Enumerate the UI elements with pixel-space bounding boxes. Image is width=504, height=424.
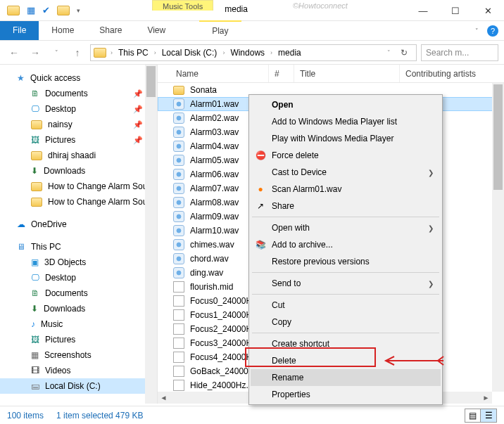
- audio-file-icon: [173, 253, 184, 264]
- navpane-item-folder[interactable]: dhiraj shaadi: [0, 148, 157, 163]
- breadcrumb-dropdown-icon[interactable]: ˅: [384, 49, 393, 56]
- qat-checkmark-icon[interactable]: ✔: [42, 5, 50, 15]
- navpane-item-documents[interactable]: 🗎Documents: [0, 285, 157, 301]
- navpane-item-downloads[interactable]: ⬇Downloads: [0, 301, 157, 316]
- navpane-thispc[interactable]: 🖥This PC: [0, 239, 157, 255]
- navpane-item-folder[interactable]: How to Change Alarm Sound on: [0, 179, 157, 194]
- scroll-right-icon[interactable]: ►: [480, 394, 492, 401]
- refresh-icon[interactable]: ↻: [395, 48, 413, 58]
- navpane-item-pictures[interactable]: 🖼Pictures📌: [0, 132, 157, 148]
- navpane-item-music[interactable]: ♪Music: [0, 316, 157, 332]
- context-menu-item[interactable]: ●Scan Alarm01.wav: [251, 181, 441, 198]
- navpane-item-desktop[interactable]: 🖵Desktop📌: [0, 101, 157, 117]
- context-menu-item[interactable]: Open: [251, 96, 441, 113]
- minimize-button[interactable]: —: [407, 0, 439, 21]
- context-menu-item[interactable]: Delete: [251, 352, 441, 369]
- context-menu-item[interactable]: Cut: [251, 297, 441, 314]
- back-button[interactable]: ←: [6, 44, 23, 61]
- qat-newfolder-icon[interactable]: [57, 6, 70, 15]
- qat-properties-icon[interactable]: ▦: [27, 5, 35, 15]
- chevron-right-icon[interactable]: ›: [220, 49, 227, 56]
- close-button[interactable]: ✕: [472, 0, 504, 21]
- navpane-item-desktop[interactable]: 🖵Desktop: [0, 270, 157, 285]
- context-menu-item[interactable]: Properties: [251, 386, 441, 403]
- navpane-quick-access[interactable]: ★ Quick access: [0, 70, 157, 86]
- context-menu-item[interactable]: Copy: [251, 314, 441, 330]
- file-name: Alarm01.wav: [190, 99, 239, 109]
- audio-file-icon: [173, 239, 184, 250]
- navpane-label: Desktop: [45, 273, 76, 283]
- contextual-tab-label: Music Tools: [152, 0, 213, 11]
- navpane-item-folder[interactable]: How to Change Alarm Sound on: [0, 194, 157, 210]
- submenu-arrow-icon: ❯: [428, 280, 434, 288]
- content-scrollbar[interactable]: [492, 83, 504, 392]
- scrollbar-thumb[interactable]: [146, 66, 156, 97]
- navpane-label: Local Disk (C:): [45, 381, 101, 391]
- recent-locations-icon[interactable]: ˅: [48, 44, 65, 61]
- scroll-left-icon[interactable]: ◄: [158, 394, 170, 401]
- navpane-item-nainsy[interactable]: nainsy📌: [0, 117, 157, 132]
- scrollbar-thumb[interactable]: [493, 84, 503, 190]
- breadcrumb-item[interactable]: Windows: [229, 48, 266, 58]
- column-title[interactable]: Title: [294, 65, 400, 82]
- context-menu-item[interactable]: Add to Windows Media Player list: [251, 113, 441, 130]
- up-button[interactable]: ↑: [69, 44, 86, 61]
- breadcrumb[interactable]: › This PC › Local Disk (C:) › Windows › …: [90, 44, 417, 61]
- view-details-button[interactable]: ☰: [481, 409, 496, 422]
- column-number[interactable]: #: [269, 65, 294, 82]
- column-name[interactable]: Name: [170, 65, 269, 82]
- watermark-text: ©Howtoconnect: [293, 1, 348, 10]
- navpane-item-pictures[interactable]: 🖼Pictures: [0, 332, 157, 347]
- qat-customize-icon[interactable]: ▾: [77, 7, 80, 14]
- chevron-right-icon[interactable]: ›: [151, 49, 159, 56]
- search-input[interactable]: Search m...: [421, 44, 498, 61]
- navpane-scrollbar[interactable]: [145, 65, 157, 404]
- pictures-icon: 🖼: [31, 335, 39, 345]
- navpane-item-documents[interactable]: 🗎Documents📌: [0, 86, 157, 101]
- context-menu-item[interactable]: Send to❯: [251, 275, 441, 292]
- chevron-right-icon[interactable]: ›: [267, 49, 275, 56]
- file-name: Alarm04.wav: [190, 141, 239, 151]
- context-menu-item[interactable]: 📚Add to archive...: [251, 236, 441, 253]
- help-icon[interactable]: ?: [487, 25, 498, 37]
- context-menu-item[interactable]: Play with Windows Media Player: [251, 130, 441, 147]
- forward-button[interactable]: →: [27, 44, 44, 61]
- file-name: Alarm03.wav: [190, 127, 239, 137]
- menu-item-label: Open: [272, 100, 294, 110]
- tab-play[interactable]: Play: [199, 20, 241, 40]
- column-artist[interactable]: Contributing artists: [400, 65, 504, 82]
- menu-separator: [252, 333, 439, 333]
- navpane-onedrive[interactable]: ☁OneDrive: [0, 217, 157, 232]
- context-menu-item[interactable]: ↗Share: [251, 198, 441, 214]
- context-menu-item[interactable]: Cast to Device❯: [251, 164, 441, 181]
- context-menu-item[interactable]: ⛔Force delete: [251, 147, 441, 164]
- navpane-label: Pictures: [45, 135, 75, 145]
- navpane-label: Music: [41, 319, 63, 329]
- menu-item-label: Delete: [272, 356, 296, 366]
- tab-share[interactable]: Share: [87, 21, 134, 40]
- menu-item-label: Rename: [272, 373, 303, 383]
- maximize-button[interactable]: ☐: [439, 0, 472, 21]
- file-tab[interactable]: File: [0, 21, 39, 40]
- navpane-item-localdisk[interactable]: 🖴Local Disk (C:): [0, 378, 157, 394]
- navpane-item-screenshots[interactable]: ▦Screenshots: [0, 347, 157, 363]
- context-menu-item[interactable]: Restore previous versions: [251, 253, 441, 270]
- ribbon: File Home Share View Play ˅ ?: [0, 21, 504, 41]
- navpane-item-downloads[interactable]: ⬇Downloads: [0, 163, 157, 179]
- tab-view[interactable]: View: [134, 21, 178, 40]
- file-name: ding.wav: [190, 268, 223, 278]
- menu-separator: [252, 217, 439, 217]
- navpane-item-3dobjects[interactable]: ▣3D Objects: [0, 255, 157, 270]
- context-menu-item[interactable]: Open with❯: [251, 219, 441, 236]
- desktop-icon: 🖵: [31, 104, 39, 114]
- context-menu-item[interactable]: Create shortcut: [251, 335, 441, 352]
- context-menu-item[interactable]: Rename: [251, 369, 441, 386]
- breadcrumb-item[interactable]: media: [277, 48, 303, 58]
- tab-home[interactable]: Home: [39, 21, 87, 40]
- chevron-right-icon[interactable]: ›: [108, 49, 115, 56]
- breadcrumb-item[interactable]: Local Disk (C:): [160, 48, 219, 58]
- breadcrumb-item[interactable]: This PC: [117, 48, 150, 58]
- navpane-item-videos[interactable]: 🎞Videos: [0, 363, 157, 378]
- view-large-icons-button[interactable]: ▤: [465, 409, 481, 422]
- ribbon-expand-icon[interactable]: ˅: [475, 27, 479, 34]
